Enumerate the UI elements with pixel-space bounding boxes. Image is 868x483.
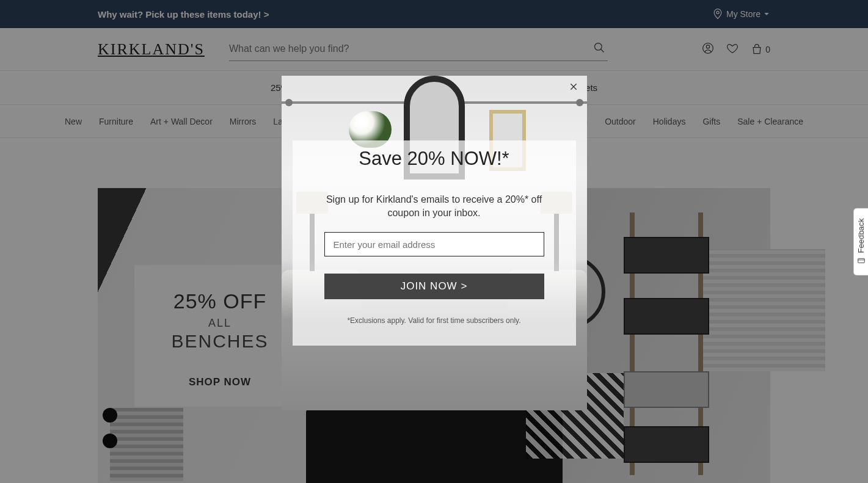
modal-decor-rod-end-r [576,99,583,106]
email-input[interactable] [324,232,544,256]
feedback-tab[interactable]: Feedback [853,208,868,275]
modal-disclaimer: *Exclusions apply. Valid for first time … [282,316,587,325]
feedback-icon [857,256,866,265]
join-now-button[interactable]: JOIN NOW > [324,274,544,299]
modal-decor-rod-end-l [285,99,293,106]
email-signup-modal: Save 20% NOW!* Sign up for Kirkland's em… [282,76,587,410]
close-icon [569,82,578,92]
modal-subheading: Sign up for Kirkland's emails to receive… [312,193,556,220]
modal-close-button[interactable] [569,82,578,95]
modal-heading: Save 20% NOW!* [282,148,587,170]
feedback-label: Feedback [856,218,866,253]
svg-rect-7 [858,258,864,263]
